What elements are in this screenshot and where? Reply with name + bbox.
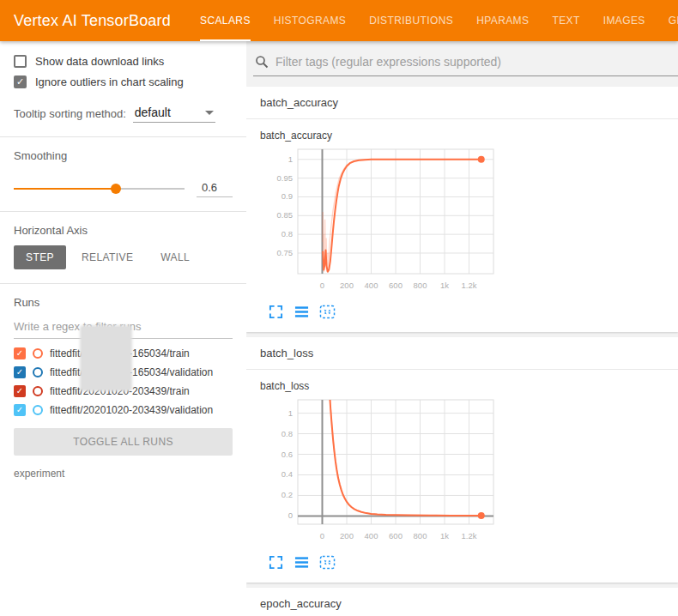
tab-bar: SCALARSHISTOGRAMSDISTRIBUTIONSHPARAMSTEX… <box>200 0 678 41</box>
card-body: batch_accuracy 02004006008001k1.2k0.750.… <box>246 119 678 332</box>
svg-text:0: 0 <box>320 281 324 290</box>
card-title[interactable]: epoch_accuracy <box>246 588 678 616</box>
axis-step-button[interactable]: STEP <box>14 245 66 269</box>
run-radio-icon[interactable] <box>33 367 43 377</box>
tab-label: GRAPHS <box>669 15 678 27</box>
svg-text:0.8: 0.8 <box>281 429 293 438</box>
card-title[interactable]: batch_accuracy <box>246 87 678 119</box>
run-label: fittedfit/20201020-165034/validation <box>50 366 213 378</box>
run-checkbox-icon[interactable]: ✓ <box>14 385 26 397</box>
tooltip-sorting-select[interactable]: default <box>133 104 215 123</box>
tab-label: HISTOGRAMS <box>274 15 346 27</box>
tooltip-sorting-value: default <box>135 106 171 119</box>
ignore-outliers-checkbox[interactable]: ✓ Ignore outliers in chart scaling <box>14 75 233 88</box>
card-list: batch_accuracy batch_accuracy 0200400600… <box>246 87 678 616</box>
run-radio-icon[interactable] <box>33 348 43 359</box>
svg-text:0.6: 0.6 <box>281 450 293 459</box>
tab-images[interactable]: IMAGES <box>603 0 645 41</box>
chart-actions <box>267 303 664 320</box>
tab-hparams[interactable]: HPARAMS <box>476 0 529 41</box>
chevron-down-icon <box>205 111 214 115</box>
slider-thumb[interactable] <box>111 184 121 194</box>
tag-card: epoch_accuracy <box>246 588 678 616</box>
runs-label: Runs <box>14 296 233 309</box>
tab-distributions[interactable]: DISTRIBUTIONS <box>369 0 453 41</box>
svg-text:400: 400 <box>365 281 378 290</box>
tensorboard-app: Vertex AI TensorBoard SCALARSHISTOGRAMSD… <box>0 0 678 616</box>
redaction-overlay <box>82 327 130 390</box>
svg-text:1: 1 <box>288 408 293 418</box>
app-title: Vertex AI TensorBoard <box>14 12 171 30</box>
tab-label: DISTRIBUTIONS <box>369 15 453 27</box>
run-row[interactable]: ✓fittedfit/20201020-203439/validation <box>14 404 233 416</box>
axis-relative-button[interactable]: RELATIVE <box>70 245 145 269</box>
show-download-links-checkbox[interactable]: Show data download links <box>14 55 233 68</box>
svg-text:0.75: 0.75 <box>277 248 294 257</box>
horizontal-axis-group: STEP RELATIVE WALL <box>14 245 233 269</box>
checkbox-label: Show data download links <box>35 55 164 68</box>
svg-text:1k: 1k <box>440 531 449 541</box>
run-checkbox-icon[interactable]: ✓ <box>14 347 26 359</box>
tab-graphs[interactable]: GRAPHS <box>669 0 678 41</box>
svg-text:400: 400 <box>365 531 378 541</box>
app-header: Vertex AI TensorBoard SCALARSHISTOGRAMSD… <box>0 0 678 41</box>
scalar-chart[interactable]: 02004006008001k1.2k0.750.80.850.90.951 <box>260 143 505 299</box>
tag-filter <box>253 51 678 76</box>
svg-text:1.2k: 1.2k <box>462 531 477 541</box>
chart-title: batch_accuracy <box>260 130 664 142</box>
tab-label: TEXT <box>552 15 579 27</box>
tab-label: IMAGES <box>603 15 645 27</box>
divider <box>0 283 246 284</box>
svg-text:0: 0 <box>288 510 293 520</box>
checkbox-icon <box>14 55 27 68</box>
run-checkbox-icon[interactable]: ✓ <box>14 404 26 416</box>
axis-wall-button[interactable]: WALL <box>148 245 202 269</box>
svg-text:600: 600 <box>389 531 403 541</box>
smoothing-value-field[interactable]: 0.6 <box>197 179 233 197</box>
toggle-all-runs-button[interactable]: TOGGLE ALL RUNS <box>14 428 233 456</box>
experiment-label: experiment <box>14 468 233 480</box>
data-series-icon[interactable] <box>293 303 310 320</box>
run-checkbox-icon[interactable]: ✓ <box>14 366 26 378</box>
svg-text:1: 1 <box>288 154 293 164</box>
card-body: batch_loss 02004006008001k1.2k00.20.40.6… <box>246 370 678 583</box>
chart-actions <box>267 553 664 571</box>
divider <box>0 211 246 212</box>
svg-text:0: 0 <box>320 531 324 541</box>
tab-text[interactable]: TEXT <box>552 0 579 41</box>
svg-text:0.95: 0.95 <box>277 173 294 183</box>
search-icon <box>255 55 269 69</box>
tab-histograms[interactable]: HISTOGRAMS <box>274 0 346 41</box>
main-panel: batch_accuracy batch_accuracy 0200400600… <box>246 41 678 616</box>
tag-card: batch_accuracy batch_accuracy 0200400600… <box>246 87 678 332</box>
fullscreen-icon[interactable] <box>267 303 284 320</box>
run-radio-icon[interactable] <box>33 386 43 396</box>
tag-card: batch_loss batch_loss 02004006008001k1.2… <box>246 337 678 583</box>
run-radio-icon[interactable] <box>33 405 43 415</box>
data-series-icon[interactable] <box>293 553 310 571</box>
svg-text:0.4: 0.4 <box>281 469 293 479</box>
fit-domain-icon[interactable] <box>318 303 336 320</box>
svg-text:0.2: 0.2 <box>281 490 293 499</box>
tab-scalars[interactable]: SCALARS <box>200 0 251 41</box>
tab-label: SCALARS <box>200 15 251 27</box>
checkbox-label: Ignore outliers in chart scaling <box>35 75 184 88</box>
svg-text:0.85: 0.85 <box>277 210 294 220</box>
svg-text:1.2k: 1.2k <box>462 281 477 290</box>
fit-domain-icon[interactable] <box>318 553 336 571</box>
smoothing-label: Smoothing <box>14 149 233 162</box>
chart-title: batch_loss <box>260 380 664 392</box>
tab-label: HPARAMS <box>476 15 529 27</box>
svg-text:200: 200 <box>340 531 354 541</box>
run-label: fittedfit/20201020-203439/validation <box>50 404 213 416</box>
svg-text:200: 200 <box>340 281 354 290</box>
tooltip-sorting-label: Tooltip sorting method: <box>14 107 126 120</box>
card-title[interactable]: batch_loss <box>246 337 678 370</box>
svg-text:600: 600 <box>389 281 403 290</box>
svg-text:800: 800 <box>414 281 427 290</box>
smoothing-slider[interactable] <box>14 183 185 195</box>
svg-text:800: 800 <box>414 531 427 541</box>
scalar-chart[interactable]: 02004006008001k1.2k00.20.40.60.81 <box>260 394 505 550</box>
tag-filter-input[interactable] <box>275 55 676 69</box>
fullscreen-icon[interactable] <box>267 553 284 571</box>
